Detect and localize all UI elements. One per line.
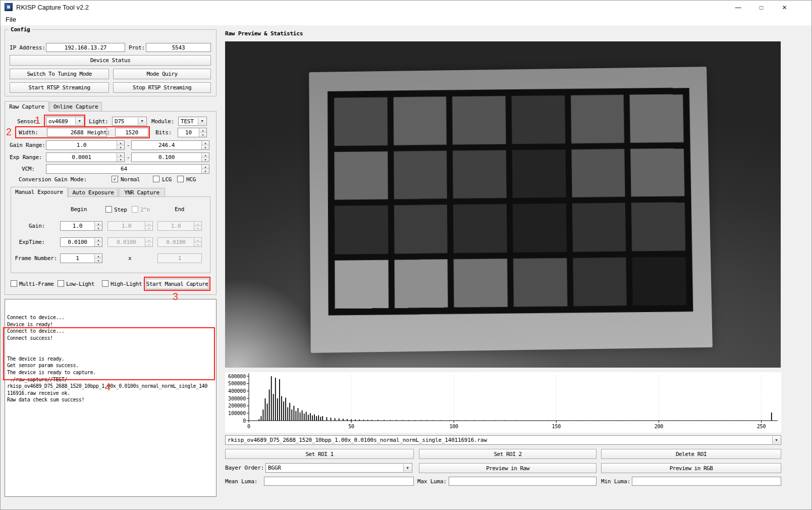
width-label: Width:: [19, 129, 38, 136]
set-roi-2-button[interactable]: Set ROI 2: [419, 449, 597, 459]
chevron-down-icon[interactable]: [772, 436, 780, 444]
hcg-checkbox[interactable]: [177, 176, 184, 182]
preview-in-rgb-button[interactable]: Preview in RGB: [601, 463, 781, 473]
delete-roi-button[interactable]: Delete ROI: [601, 449, 781, 459]
mode-quiry-button[interactable]: Mode Quiry: [113, 69, 211, 79]
exp-max-input[interactable]: [131, 152, 209, 162]
mean-luma-field[interactable]: [264, 477, 414, 486]
spin-up-icon[interactable]: [202, 165, 209, 169]
low-light-checkbox[interactable]: [58, 280, 64, 287]
gain-begin-spinbox[interactable]: [60, 221, 102, 231]
spin-down-icon[interactable]: [95, 258, 102, 263]
annotation-number-1: 1: [35, 115, 40, 126]
set-roi-1-button[interactable]: Set ROI 1: [225, 449, 414, 459]
lcg-checkbox[interactable]: [153, 176, 159, 182]
spin-up-icon[interactable]: [202, 141, 209, 145]
menu-file[interactable]: File: [2, 15, 20, 24]
capture-file-dropdown[interactable]: rkisp_ov4689_D75_2688_1520_10bpp_1.00x_0…: [225, 435, 781, 445]
gain-min-input[interactable]: [46, 140, 125, 150]
bayer-order-label: Bayer Order:: [225, 465, 264, 471]
gain-min-spinbox[interactable]: [46, 140, 125, 150]
svg-text:150: 150: [552, 424, 561, 429]
spin-up-icon[interactable]: [199, 128, 206, 132]
log-lines-capture: The device is ready. Get sensor param su…: [7, 355, 214, 403]
spin-up-icon[interactable]: [95, 254, 102, 258]
min-luma-input[interactable]: [632, 477, 781, 486]
spin-down-icon[interactable]: [202, 145, 209, 149]
chevron-down-icon[interactable]: [198, 118, 206, 125]
multi-frame-checkbox[interactable]: [11, 280, 17, 287]
close-button[interactable]: ✕: [773, 1, 796, 14]
prot-input[interactable]: [146, 43, 211, 52]
tab-ynr-capture[interactable]: YNR Capture: [119, 188, 165, 196]
spin-down-icon[interactable]: [202, 169, 209, 173]
bayer-order-dropdown[interactable]: BGGR: [265, 463, 412, 473]
tab-manual-exposure[interactable]: Manual Exposure: [11, 187, 68, 197]
ip-address-input[interactable]: [46, 43, 125, 52]
frame-number-label: Frame Number:: [8, 255, 57, 262]
spin-down-icon[interactable]: [117, 145, 124, 149]
tab-auto-exposure[interactable]: Auto Exposure: [68, 188, 118, 196]
bits-spinbox[interactable]: [178, 128, 207, 137]
spin-up-icon[interactable]: [95, 238, 102, 242]
sensor-dropdown[interactable]: ov4689: [46, 117, 84, 126]
gain-max-input[interactable]: [131, 140, 209, 150]
spin-down-icon[interactable]: [95, 242, 102, 246]
frame-number-spinbox[interactable]: [60, 253, 102, 263]
height-input[interactable]: [115, 128, 148, 137]
height-field[interactable]: [115, 128, 148, 137]
bits-label: Bits:: [155, 129, 172, 136]
tab-raw-capture[interactable]: Raw Capture: [5, 101, 49, 112]
chevron-down-icon[interactable]: [403, 464, 411, 472]
light-dropdown[interactable]: D75: [112, 117, 147, 126]
checker-patch: [335, 206, 388, 254]
lcg-checkbox-label: LCG: [162, 176, 172, 183]
exp-max-spinbox[interactable]: [131, 152, 209, 162]
gain-max-spinbox[interactable]: [131, 140, 209, 150]
normal-checkbox[interactable]: ✓: [112, 176, 118, 182]
mean-luma-input[interactable]: [264, 477, 414, 486]
chevron-down-icon[interactable]: [75, 118, 83, 125]
spin-down-icon[interactable]: [199, 132, 206, 137]
raw-preview-image[interactable]: [225, 41, 781, 368]
preview-in-raw-button[interactable]: Preview in Raw: [419, 463, 597, 473]
vcm-input[interactable]: [46, 164, 209, 174]
sensor-value: ov4689: [48, 117, 75, 125]
high-light-checkbox[interactable]: [102, 280, 109, 287]
max-luma-input[interactable]: [449, 477, 597, 486]
prot-field[interactable]: [146, 43, 211, 52]
ip-address-field[interactable]: [46, 43, 125, 52]
min-luma-field[interactable]: [632, 477, 781, 486]
checker-patch: [334, 97, 388, 146]
checker-patch: [512, 149, 566, 198]
switch-tuning-mode-button[interactable]: Switch To Tuning Mode: [10, 69, 109, 79]
spin-up-icon: [194, 238, 201, 242]
spin-down-icon[interactable]: [95, 226, 102, 230]
spin-up-icon[interactable]: [117, 153, 124, 157]
step-checkbox[interactable]: [105, 206, 112, 213]
exptime-step-spinbox: [107, 237, 153, 247]
chevron-down-icon[interactable]: [138, 118, 146, 125]
stop-rtsp-button[interactable]: Stop RTSP Streaming: [113, 82, 211, 93]
checker-patch: [631, 202, 685, 251]
maximize-button[interactable]: □: [750, 1, 773, 14]
exp-min-input[interactable]: [46, 152, 125, 162]
annotation-number-4: 4: [105, 381, 111, 393]
vcm-label: VCM:: [22, 166, 35, 172]
exptime-begin-spinbox[interactable]: [60, 237, 102, 247]
start-manual-capture-button[interactable]: Start Manual Capture: [146, 279, 208, 289]
module-dropdown[interactable]: TEST: [178, 117, 207, 126]
spin-up-icon[interactable]: [95, 222, 102, 226]
device-status-button[interactable]: Device Status: [10, 55, 211, 66]
start-rtsp-button[interactable]: Start RTSP Streaming: [10, 82, 109, 93]
spin-up-icon[interactable]: [117, 141, 124, 145]
max-luma-field[interactable]: [449, 477, 597, 486]
tab-online-capture[interactable]: Online Capture: [49, 102, 102, 111]
bayer-order-value: BGGR: [268, 464, 403, 472]
minimize-button[interactable]: —: [727, 1, 749, 14]
spin-down-icon[interactable]: [117, 157, 124, 162]
vcm-spinbox[interactable]: [46, 164, 209, 174]
spin-up-icon[interactable]: [202, 153, 209, 157]
spin-down-icon[interactable]: [202, 157, 209, 162]
exp-min-spinbox[interactable]: [46, 152, 125, 162]
